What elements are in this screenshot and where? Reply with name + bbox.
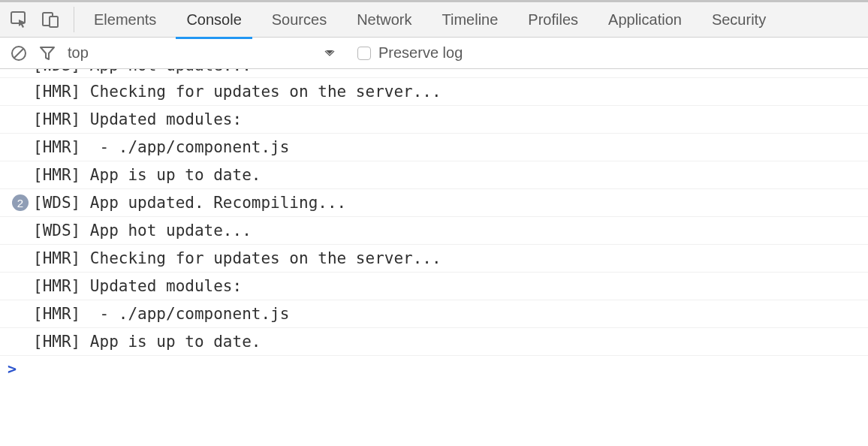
prompt-caret-icon: > — [8, 360, 17, 378]
log-row: [HMR] App is up to date. — [0, 161, 868, 189]
log-message: [HMR] App is up to date. — [33, 333, 261, 351]
log-row: [HMR] Updated modules: — [0, 273, 868, 300]
tab-network[interactable]: Network — [342, 1, 426, 38]
console-filterbar: top Preserve log — [0, 38, 868, 69]
log-row: [HMR] - ./app/component.js — [0, 300, 868, 328]
tab-console[interactable]: Console — [171, 1, 256, 38]
log-row: [HMR] Updated modules: — [0, 106, 868, 134]
execution-context-selector[interactable]: top — [68, 44, 345, 62]
preserve-log-label: Preserve log — [378, 44, 463, 62]
log-gutter: 2 — [0, 194, 33, 211]
log-message: [HMR] Updated modules: — [33, 277, 242, 295]
log-row: 2 [WDS] App updated. Recompiling... — [0, 189, 868, 217]
svg-rect-2 — [50, 17, 58, 27]
tab-profiles[interactable]: Profiles — [513, 1, 593, 38]
preserve-log-checkbox[interactable] — [357, 47, 371, 60]
context-label: top — [68, 44, 89, 62]
log-message: [HMR] - ./app/component.js — [33, 305, 289, 323]
log-message: [HMR] - ./app/component.js — [33, 138, 289, 156]
log-message: [WDS] App updated. Recompiling... — [33, 194, 346, 212]
log-message: [WDS] App hot update... — [33, 221, 252, 240]
console-output: [WDS] App hot update... [HMR] Checking f… — [0, 69, 868, 381]
device-toolbar-icon[interactable] — [42, 11, 59, 28]
inspect-element-icon[interactable] — [11, 11, 29, 28]
tab-application[interactable]: Application — [593, 1, 697, 38]
log-row: [HMR] - ./app/component.js — [0, 134, 868, 161]
log-row: [HMR] Checking for updates on the server… — [0, 245, 868, 273]
log-message: [HMR] App is up to date. — [33, 166, 261, 184]
console-prompt[interactable]: > — [0, 356, 868, 381]
log-row: [WDS] App hot update... — [0, 217, 868, 245]
log-row: [WDS] App hot update... — [0, 69, 868, 78]
tabbar-iconbox — [11, 7, 74, 32]
log-message: [HMR] Checking for updates on the server… — [33, 249, 442, 267]
tab-security[interactable]: Security — [697, 1, 781, 38]
tab-timeline[interactable]: Timeline — [427, 1, 514, 38]
log-message: [HMR] Updated modules: — [33, 110, 242, 128]
log-row: [HMR] Checking for updates on the server… — [0, 78, 868, 106]
log-row: [HMR] App is up to date. — [0, 328, 868, 356]
clear-console-icon[interactable] — [11, 45, 27, 62]
svg-line-4 — [14, 49, 23, 58]
devtools-tabbar: Elements Console Sources Network Timelin… — [0, 0, 868, 38]
dropdown-caret-icon — [324, 50, 335, 57]
log-message: [HMR] Checking for updates on the server… — [33, 83, 442, 101]
log-message: [WDS] App hot update... — [33, 69, 252, 74]
tab-sources[interactable]: Sources — [257, 1, 342, 38]
filter-icon[interactable] — [39, 46, 56, 61]
repeat-count-badge: 2 — [12, 194, 29, 211]
tab-elements[interactable]: Elements — [79, 1, 171, 38]
preserve-log-toggle[interactable]: Preserve log — [357, 44, 463, 62]
